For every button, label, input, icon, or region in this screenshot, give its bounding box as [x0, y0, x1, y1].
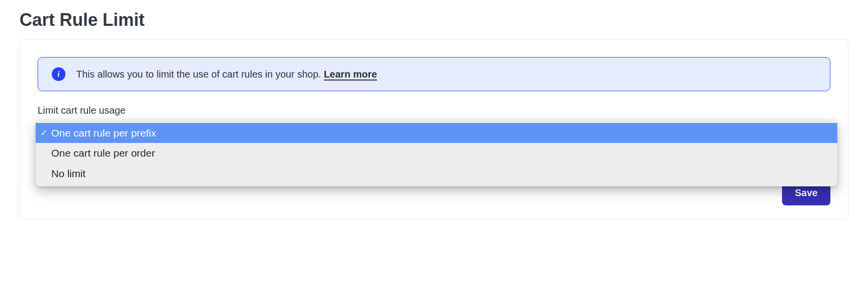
info-alert: i This allows you to limit the use of ca… [38, 57, 830, 91]
page-title: Cart Rule Limit [20, 10, 848, 30]
info-icon: i [52, 67, 65, 81]
alert-text: This allows you to limit the use of cart… [76, 69, 377, 80]
learn-more-link[interactable]: Learn more [324, 69, 377, 80]
option-label: One cart rule per prefix [51, 126, 156, 140]
limit-usage-dropdown[interactable]: ✓ One cart rule per prefix ✓ One cart ru… [36, 120, 837, 186]
option-label: One cart rule per order [51, 146, 155, 160]
option-label: No limit [51, 166, 85, 181]
dropdown-option-per-prefix[interactable]: ✓ One cart rule per prefix [36, 123, 837, 143]
alert-message: This allows you to limit the use of cart… [76, 69, 324, 80]
check-icon: ✓ [41, 127, 51, 139]
settings-card: i This allows you to limit the use of ca… [20, 39, 848, 220]
limit-usage-label: Limit cart rule usage [38, 105, 830, 116]
dropdown-option-no-limit[interactable]: ✓ No limit [36, 163, 837, 183]
dropdown-option-per-order[interactable]: ✓ One cart rule per order [36, 143, 837, 163]
